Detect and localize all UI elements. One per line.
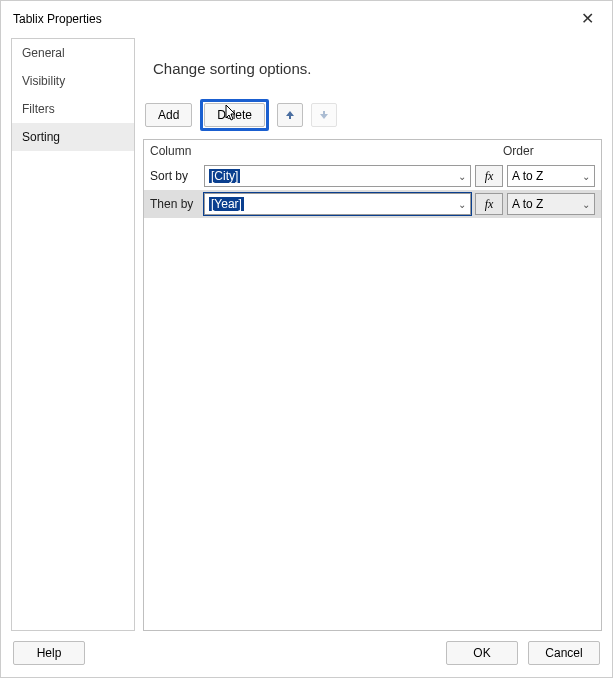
sidebar: General Visibility Filters Sorting — [11, 38, 135, 631]
dialog-title: Tablix Properties — [13, 12, 102, 26]
row-label: Then by — [150, 197, 200, 211]
sort-row[interactable]: Then by [Year] ⌄ fx A to Z ⌄ — [144, 190, 601, 218]
close-icon[interactable]: ✕ — [575, 9, 600, 28]
sidebar-item-general[interactable]: General — [12, 39, 134, 67]
sidebar-item-sorting[interactable]: Sorting — [12, 123, 134, 151]
arrow-up-icon — [285, 110, 295, 120]
ok-button[interactable]: OK — [446, 641, 518, 665]
sidebar-item-filters[interactable]: Filters — [12, 95, 134, 123]
grid-header: Column Order — [144, 140, 601, 162]
fx-header — [469, 144, 503, 158]
dialog-body: General Visibility Filters Sorting Chang… — [1, 34, 612, 631]
dialog-footer: Help OK Cancel — [1, 631, 612, 677]
sidebar-item-label: Sorting — [22, 130, 60, 144]
sort-order-combo[interactable]: A to Z ⌄ — [507, 165, 595, 187]
sort-row[interactable]: Sort by [City] ⌄ fx A to Z ⌄ — [144, 162, 601, 190]
delete-highlight: Delete — [200, 99, 269, 131]
toolbar: Add Delete — [143, 99, 602, 139]
sort-column-combo[interactable]: [City] ⌄ — [204, 165, 471, 187]
chevron-down-icon: ⌄ — [582, 199, 590, 210]
combo-value: [Year] — [209, 197, 244, 211]
sidebar-item-visibility[interactable]: Visibility — [12, 67, 134, 95]
row-label: Sort by — [150, 169, 200, 183]
order-header: Order — [503, 144, 595, 158]
sidebar-item-label: Visibility — [22, 74, 65, 88]
chevron-down-icon: ⌄ — [458, 171, 466, 182]
order-value: A to Z — [512, 169, 543, 183]
sort-grid: Column Order Sort by [City] ⌄ fx A to Z … — [143, 139, 602, 631]
chevron-down-icon: ⌄ — [582, 171, 590, 182]
arrow-down-icon — [319, 110, 329, 120]
sidebar-item-label: General — [22, 46, 65, 60]
order-value: A to Z — [512, 197, 543, 211]
sort-order-combo[interactable]: A to Z ⌄ — [507, 193, 595, 215]
chevron-down-icon: ⌄ — [458, 199, 466, 210]
cancel-button[interactable]: Cancel — [528, 641, 600, 665]
main-panel: Change sorting options. Add Delete — [143, 38, 602, 631]
sidebar-item-label: Filters — [22, 102, 55, 116]
combo-value: [City] — [209, 169, 240, 183]
titlebar: Tablix Properties ✕ — [1, 1, 612, 34]
sort-column-combo[interactable]: [Year] ⌄ — [204, 193, 471, 215]
move-up-button[interactable] — [277, 103, 303, 127]
move-down-button[interactable] — [311, 103, 337, 127]
dialog: Tablix Properties ✕ General Visibility F… — [0, 0, 613, 678]
column-header: Column — [150, 144, 469, 158]
add-button[interactable]: Add — [145, 103, 192, 127]
help-button[interactable]: Help — [13, 641, 85, 665]
page-heading: Change sorting options. — [143, 38, 602, 99]
delete-button[interactable]: Delete — [204, 103, 265, 127]
expression-button[interactable]: fx — [475, 193, 503, 215]
expression-button[interactable]: fx — [475, 165, 503, 187]
